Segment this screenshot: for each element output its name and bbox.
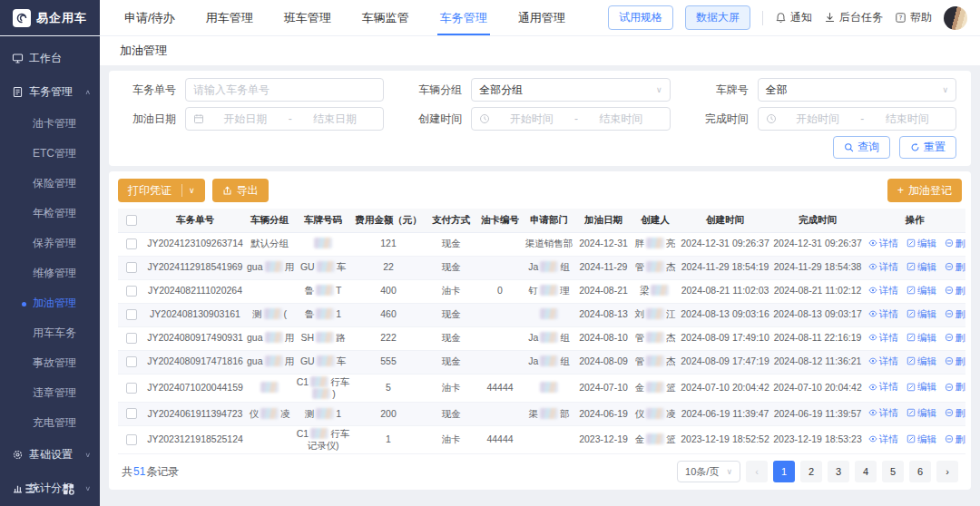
delete-link[interactable]: 删除 — [945, 332, 965, 344]
page-button[interactable]: 6 — [909, 461, 931, 482]
row-checkbox[interactable] — [126, 286, 137, 297]
edit-link[interactable]: 编辑 — [906, 261, 936, 273]
delete-link[interactable]: 删除 — [945, 238, 965, 249]
sidebar-submenu-item[interactable]: 违章管理 — [0, 378, 100, 408]
cell-apply-dept: Ja组 — [523, 326, 575, 350]
edit-link[interactable]: 编辑 — [906, 332, 936, 344]
row-checkbox[interactable] — [126, 309, 137, 320]
delete-link[interactable]: 删除 — [945, 407, 965, 419]
collapse-sidebar-icon[interactable] — [24, 482, 39, 495]
sidebar-submenu-item[interactable]: 保养管理 — [0, 229, 100, 258]
top-nav-item[interactable]: 车务管理 — [425, 0, 503, 35]
sidebar-submenu-item[interactable]: 年检管理 — [0, 199, 100, 229]
edit-link[interactable]: 编辑 — [906, 285, 936, 297]
row-checkbox[interactable] — [126, 238, 137, 249]
plate-select[interactable]: 全部 ∨ — [758, 78, 956, 102]
cell-apply-dept: 渠道销售部 — [523, 232, 575, 256]
sidebar-group-basic-settings[interactable]: 基础设置 ∨ — [0, 438, 100, 472]
sidebar-submenu-item[interactable]: 维修管理 — [0, 258, 100, 288]
edit-icon — [906, 408, 916, 417]
col-creator: 创建人 — [632, 209, 679, 232]
help-button[interactable]: ? 帮助 — [895, 10, 932, 25]
edit-link[interactable]: 编辑 — [906, 381, 936, 393]
col-vehicle-group: 车辆分组 — [245, 209, 294, 232]
cell-fuel-card-no — [477, 303, 523, 326]
row-checkbox[interactable] — [126, 333, 137, 344]
reset-button[interactable]: 重置 — [899, 136, 956, 159]
row-checkbox[interactable] — [126, 356, 137, 367]
print-voucher-button[interactable]: 打印凭证 ∨ — [118, 179, 205, 202]
detail-link[interactable]: 详情 — [868, 332, 898, 344]
user-avatar[interactable] — [944, 6, 967, 30]
detail-link[interactable]: 详情 — [868, 238, 898, 249]
page-button[interactable]: 5 — [882, 461, 904, 482]
cell-amount: 1 — [352, 425, 425, 453]
detail-link[interactable]: 详情 — [868, 433, 898, 445]
page-button[interactable]: 4 — [855, 461, 877, 482]
next-page-button[interactable]: › — [936, 461, 958, 482]
top-nav-item[interactable]: 用车管理 — [191, 0, 269, 35]
data-bigscreen-button[interactable]: 数据大屏 — [685, 5, 750, 30]
top-nav-item[interactable]: 申请/待办 — [109, 0, 191, 35]
download-icon — [824, 12, 836, 24]
delete-link[interactable]: 删除 — [945, 381, 965, 393]
page-button[interactable]: 1 — [773, 461, 795, 482]
page-size-select[interactable]: 10条/页 ∨ — [677, 461, 740, 482]
fuel-date-range-picker[interactable]: 开始日期 - 结束日期 — [185, 107, 384, 131]
apps-grid-icon[interactable] — [62, 482, 75, 496]
export-button[interactable]: 导出 — [212, 179, 269, 202]
delete-link[interactable]: 删除 — [945, 308, 965, 320]
top-nav-item[interactable]: 班车管理 — [269, 0, 347, 35]
sidebar-submenu-item[interactable]: 充电管理 — [0, 408, 100, 438]
edit-link[interactable]: 编辑 — [906, 308, 936, 320]
prev-page-button[interactable]: ‹ — [746, 461, 768, 482]
sidebar-submenu-item[interactable]: 加油管理 — [0, 288, 100, 318]
cell-plate-no: 鲁1 — [294, 303, 352, 326]
delete-link[interactable]: 删除 — [945, 433, 965, 445]
row-checkbox[interactable] — [126, 262, 137, 273]
sidebar-item-workbench[interactable]: 工作台 — [0, 42, 100, 75]
sidebar-group-vehicle-affairs[interactable]: 车务管理 ∧ — [0, 75, 100, 109]
add-fuel-record-button[interactable]: + 加油登记 — [887, 179, 962, 202]
background-tasks-button[interactable]: 后台任务 — [824, 10, 883, 25]
edit-link[interactable]: 编辑 — [906, 433, 936, 445]
select-all-checkbox[interactable] — [126, 215, 137, 226]
sidebar-submenu-item[interactable]: 油卡管理 — [0, 109, 100, 139]
sidebar-submenu-item[interactable]: 事故管理 — [0, 348, 100, 378]
detail-link[interactable]: 详情 — [868, 407, 898, 419]
edit-link[interactable]: 编辑 — [906, 355, 936, 367]
cell-created-time: 2024-08-09 17:47:19 — [679, 350, 771, 374]
trial-spec-button[interactable]: 试用规格 — [608, 5, 673, 30]
detail-link[interactable]: 详情 — [868, 285, 898, 297]
create-time-label: 创建时间 — [404, 112, 462, 127]
edit-link[interactable]: 编辑 — [906, 238, 936, 249]
cell-vehicle-group: 仪凌 — [245, 402, 294, 425]
brand-name: 易企用车 — [36, 10, 87, 26]
delete-link[interactable]: 删除 — [945, 285, 965, 297]
delete-link[interactable]: 删除 — [945, 261, 965, 273]
sidebar-submenu-item[interactable]: 保险管理 — [0, 169, 100, 199]
cell-amount: 555 — [352, 350, 425, 374]
detail-link[interactable]: 详情 — [868, 381, 898, 393]
table-row: JY2024071020044159 C1行车) 5 油卡 44444 2024… — [118, 374, 965, 402]
finish-time-range-picker[interactable]: 开始时间 - 结束时间 — [758, 107, 956, 131]
notifications-button[interactable]: 通知 — [775, 10, 812, 25]
detail-link[interactable]: 详情 — [868, 355, 898, 367]
order-no-input[interactable] — [193, 83, 376, 96]
delete-link[interactable]: 删除 — [945, 355, 965, 367]
search-button[interactable]: 查询 — [833, 136, 890, 159]
detail-link[interactable]: 详情 — [868, 308, 898, 320]
sidebar-submenu-item[interactable]: ETC管理 — [0, 139, 100, 169]
top-nav-item[interactable]: 通用管理 — [503, 0, 581, 35]
top-nav-item[interactable]: 车辆监管 — [347, 0, 425, 35]
vehicle-group-select[interactable]: 全部分组 ∨ — [471, 78, 670, 102]
row-checkbox[interactable] — [126, 408, 137, 419]
row-checkbox[interactable] — [126, 383, 137, 394]
page-button[interactable]: 2 — [800, 461, 822, 482]
create-time-range-picker[interactable]: 开始时间 - 结束时间 — [471, 107, 670, 131]
page-button[interactable]: 3 — [828, 461, 849, 482]
detail-link[interactable]: 详情 — [868, 261, 898, 273]
edit-link[interactable]: 编辑 — [906, 407, 936, 419]
row-checkbox[interactable] — [126, 434, 137, 445]
sidebar-submenu-item[interactable]: 用车车务 — [0, 318, 100, 348]
